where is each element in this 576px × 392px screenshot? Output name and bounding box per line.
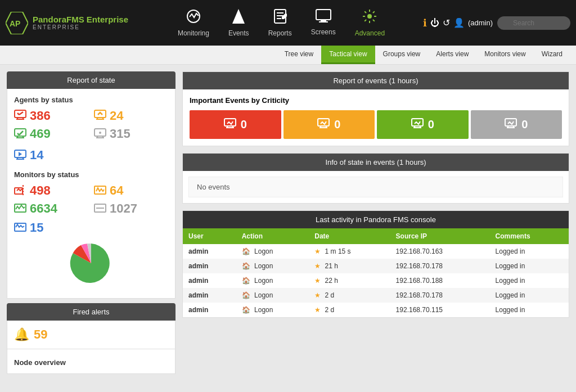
home-icon: 🏠 <box>242 262 250 270</box>
svg-rect-19 <box>94 110 106 118</box>
events-panel: Report of events (1 hours) Important Eve… <box>182 71 569 146</box>
cell-user: admin <box>183 288 236 303</box>
nav-reports[interactable]: Reports <box>262 4 299 42</box>
power-icon[interactable]: ⏻ <box>430 18 439 28</box>
events-body: Important Events by Criticity 0 0 <box>183 89 569 146</box>
star-icon: ★ <box>314 247 321 255</box>
subnav-tactical-view[interactable]: Tactical view <box>321 46 375 64</box>
crit-red-count: 0 <box>241 118 247 131</box>
svg-rect-57 <box>505 119 516 126</box>
agents-gray-icon <box>94 128 106 140</box>
svg-rect-49 <box>318 119 329 126</box>
svg-line-17 <box>17 113 19 115</box>
svg-rect-9 <box>316 10 331 20</box>
subnav-alerts-view[interactable]: Alerts view <box>428 46 476 64</box>
cell-user: admin <box>183 244 236 259</box>
home-icon: 🏠 <box>242 277 250 285</box>
subnav-wizard[interactable]: Wizard <box>534 46 570 64</box>
nav-screens-label: Screens <box>311 28 336 36</box>
agents-red-icon <box>14 110 26 123</box>
nav-events[interactable]: Events <box>222 4 256 42</box>
crit-gray-count: 0 <box>521 118 528 131</box>
activity-table: User Action Date Source IP Comments admi… <box>183 228 569 317</box>
nav-screens[interactable]: Screens <box>304 4 343 42</box>
agents-green-icon <box>14 128 26 140</box>
crit-gray-icon <box>505 118 517 131</box>
star-icon: ★ <box>314 291 321 299</box>
info-icon[interactable]: ℹ <box>423 17 427 29</box>
col-comments: Comments <box>490 228 569 244</box>
crit-box-gray: 0 <box>471 110 562 139</box>
monitor-gray-count: 1027 <box>110 201 137 216</box>
cell-date: ★ 2 d <box>309 288 390 303</box>
state-body: No events <box>183 171 569 203</box>
svg-rect-11 <box>319 21 328 22</box>
pie-chart <box>69 241 114 286</box>
cell-action: 🏠 Logon <box>236 303 309 317</box>
cell-source-ip: 192.168.70.188 <box>390 273 490 288</box>
svg-point-12 <box>367 14 372 19</box>
agents-orange-count: 24 <box>110 109 123 123</box>
crit-green-icon <box>411 118 424 131</box>
user-icon[interactable]: 👤 <box>453 17 465 28</box>
cell-comments: Logged in <box>490 288 569 303</box>
monitor-blue-item: 15 <box>14 220 168 235</box>
search-input[interactable] <box>497 16 570 30</box>
cell-source-ip: 192.168.70.163 <box>390 244 490 259</box>
criticality-boxes: 0 0 0 <box>190 110 562 139</box>
refresh-icon[interactable]: ↺ <box>443 17 450 28</box>
table-row: admin 🏠 Logon ★ 2 d 192.168.70.115 Logge… <box>183 303 569 317</box>
cell-comments: Logged in <box>490 273 569 288</box>
sub-navigation: Tree view Tactical view Groups view Aler… <box>0 46 576 65</box>
no-events-label: No events <box>197 183 230 191</box>
cell-source-ip: 192.168.70.178 <box>390 259 490 273</box>
nav-right: ℹ ⏻ ↺ 👤 (admin) <box>423 16 570 30</box>
home-icon: 🏠 <box>242 247 250 255</box>
monitor-yellow-count: 64 <box>110 183 123 198</box>
star-icon: ★ <box>314 306 321 314</box>
monitor-gray-item: 1027 <box>94 201 168 216</box>
cell-source-ip: 192.168.70.178 <box>390 288 490 303</box>
node-overview-title: Node overview <box>14 354 168 369</box>
agents-green-item: 469 <box>14 127 88 141</box>
svg-rect-7 <box>277 18 281 19</box>
nav-monitoring[interactable]: Monitoring <box>171 4 216 42</box>
crit-red-icon <box>224 118 236 131</box>
screens-icon <box>316 9 331 26</box>
left-panel: Report of state Agents by status 386 24 <box>7 71 176 374</box>
crit-box-red: 0 <box>190 110 281 139</box>
cell-action: 🏠 Logon <box>236 259 309 273</box>
crit-yellow-icon <box>317 118 330 131</box>
col-user: User <box>183 228 236 244</box>
cell-user: admin <box>183 303 236 317</box>
cell-action: 🏠 Logon <box>236 273 309 288</box>
subnav-tree-view[interactable]: Tree view <box>277 46 322 64</box>
node-overview-section: Node overview <box>7 349 176 374</box>
svg-point-33 <box>99 132 101 134</box>
monitor-red-count: 498 <box>30 183 51 198</box>
svg-rect-5 <box>277 12 284 13</box>
svg-line-28 <box>19 131 23 135</box>
cell-date: ★ 2 d <box>309 303 390 317</box>
table-row: admin 🏠 Logon ★ 21 h 192.168.70.178 Logg… <box>183 259 569 273</box>
agents-blue-item: 14 <box>14 148 168 163</box>
cell-comments: Logged in <box>490 259 569 273</box>
subnav-monitors-view[interactable]: Monitors view <box>476 46 533 64</box>
star-icon: ★ <box>314 277 321 285</box>
fired-alerts-row: 🔔 59 <box>14 327 168 342</box>
table-row: admin 🏠 Logon ★ 22 h 192.168.70.188 Logg… <box>183 273 569 288</box>
home-icon: 🏠 <box>242 306 250 314</box>
monitor-green-count: 6634 <box>30 201 57 216</box>
nav-advanced[interactable]: Advanced <box>348 4 392 42</box>
subnav-groups-view[interactable]: Groups view <box>375 46 429 64</box>
agents-gray-count: 315 <box>110 127 130 141</box>
svg-rect-10 <box>321 20 326 21</box>
user-label: (admin) <box>468 19 493 27</box>
agents-section-title: Agents by status <box>14 96 168 104</box>
star-icon: ★ <box>314 262 321 270</box>
state-panel: Info of state in events (1 hours) No eve… <box>182 153 569 204</box>
nav-items: Monitoring Events Reports <box>140 4 423 42</box>
crit-green-count: 0 <box>428 118 434 131</box>
monitor-red-icon <box>14 184 26 197</box>
fired-alerts-body: 🔔 59 <box>7 321 176 349</box>
